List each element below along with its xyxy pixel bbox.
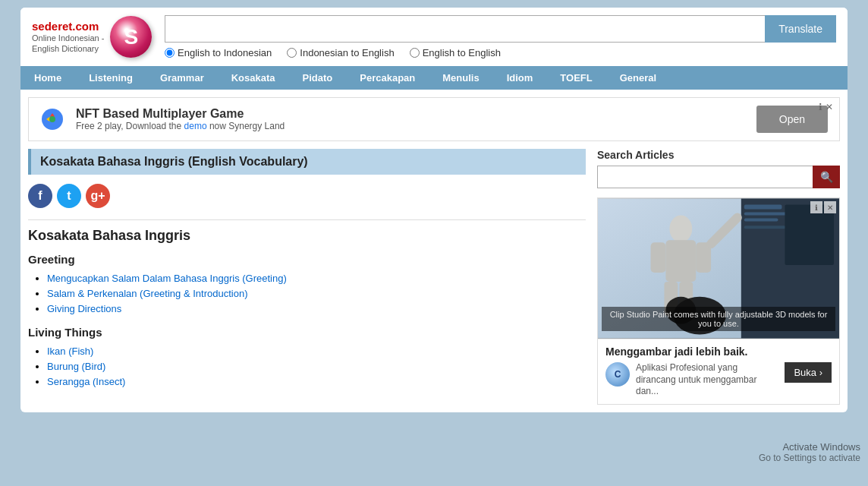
ad-open-button[interactable]: Open bbox=[756, 106, 828, 133]
nav-grammar[interactable]: Grammar bbox=[146, 66, 218, 90]
svg-point-1 bbox=[49, 116, 55, 122]
divider bbox=[28, 219, 586, 220]
ad-title: NFT Based Multiplayer Game bbox=[76, 107, 745, 121]
link-fish[interactable]: Ikan (Fish) bbox=[47, 346, 93, 357]
ad-icon bbox=[40, 107, 64, 131]
nav-kosakata[interactable]: Kosakata bbox=[218, 66, 289, 90]
facebook-icon[interactable]: f bbox=[28, 184, 52, 208]
category-greeting: Greeting bbox=[28, 253, 586, 266]
sidebar: Search Articles 🔍 bbox=[597, 149, 840, 405]
logo-area: sederet.com Online Indonesian - English … bbox=[32, 16, 153, 58]
link-greeting-1[interactable]: Mengucapkan Salam Dalam Bahasa Inggris (… bbox=[47, 273, 287, 284]
logo-text: sederet.com Online Indonesian - English … bbox=[32, 20, 104, 55]
nav-percakapan[interactable]: Percakapan bbox=[346, 66, 429, 90]
svg-rect-7 bbox=[744, 226, 786, 229]
link-insect[interactable]: Serangga (Insect) bbox=[47, 376, 125, 387]
sidebar-ad-close-button[interactable]: ✕ bbox=[824, 201, 836, 213]
living-things-links: Ikan (Fish) Burung (Bird) Serangga (Inse… bbox=[28, 345, 586, 387]
nav-toefl[interactable]: TOEFL bbox=[546, 66, 605, 90]
search-articles-row: 🔍 bbox=[597, 166, 840, 188]
nav-bar: Home Listening Grammar Kosakata Pidato P… bbox=[20, 66, 848, 90]
ad-demo-link[interactable]: demo bbox=[184, 121, 207, 131]
search-articles-box: Search Articles 🔍 bbox=[597, 149, 840, 188]
svg-rect-6 bbox=[744, 218, 778, 221]
ad-close-button[interactable]: ✕ bbox=[826, 102, 833, 112]
social-icons: f t g+ bbox=[28, 184, 586, 208]
sidebar-ad-desc: Aplikasi Profesional yang dirancang untu… bbox=[636, 362, 778, 398]
sidebar-ad-controls: ℹ ✕ bbox=[810, 201, 836, 213]
sidebar-ad-cta-button[interactable]: Buka › bbox=[785, 362, 832, 383]
search-area: Translate English to Indonesian Indonesi… bbox=[165, 15, 836, 58]
svg-rect-11 bbox=[651, 242, 666, 273]
nav-home[interactable]: Home bbox=[20, 66, 75, 90]
radio-indonesian-to-english[interactable]: Indonesian to English bbox=[287, 47, 394, 58]
sidebar-ad: Clip Studio Paint comes with fully adjus… bbox=[597, 197, 840, 405]
site-name: sederet.com bbox=[32, 20, 104, 33]
link-greeting-3[interactable]: Giving Directions bbox=[47, 303, 121, 314]
list-item: Burung (Bird) bbox=[47, 360, 586, 372]
twitter-icon[interactable]: t bbox=[57, 184, 81, 208]
main-content: Kosakata Bahasa Inggris (English Vocabul… bbox=[28, 149, 586, 405]
category-living-things: Living Things bbox=[28, 326, 586, 339]
svg-rect-5 bbox=[744, 212, 790, 215]
ad-info-button[interactable]: ℹ bbox=[819, 102, 822, 112]
sidebar-ad-bottom: Menggambar jadi lebih baik. C Aplikasi P… bbox=[598, 339, 839, 404]
sidebar-ad-logo: C bbox=[605, 362, 630, 387]
sidebar-ad-info-button[interactable]: ℹ bbox=[810, 201, 822, 213]
svg-rect-8 bbox=[785, 205, 834, 266]
svg-rect-10 bbox=[665, 240, 696, 282]
search-articles-title: Search Articles bbox=[597, 149, 840, 161]
ad-controls: ℹ ✕ bbox=[819, 102, 833, 112]
googleplus-icon[interactable]: g+ bbox=[86, 184, 110, 208]
site-logo: S bbox=[110, 16, 152, 58]
section-title: Kosakata Bahasa Inggris bbox=[28, 228, 586, 244]
list-item: Mengucapkan Salam Dalam Bahasa Inggris (… bbox=[47, 272, 586, 284]
sidebar-ad-image: Clip Studio Paint comes with fully adjus… bbox=[598, 198, 839, 339]
search-articles-button[interactable]: 🔍 bbox=[813, 166, 840, 188]
nav-general[interactable]: General bbox=[606, 66, 670, 90]
nav-pidato[interactable]: Pidato bbox=[289, 66, 347, 90]
ad-content: NFT Based Multiplayer Game Free 2 play, … bbox=[76, 107, 745, 131]
search-row: Translate bbox=[165, 15, 836, 43]
ad-subtitle: Free 2 play, Download the demo now Syner… bbox=[76, 121, 745, 131]
link-bird[interactable]: Burung (Bird) bbox=[47, 361, 105, 372]
sidebar-ad-info-row: C Aplikasi Profesional yang dirancang un… bbox=[605, 362, 832, 398]
page-title: Kosakata Bahasa Inggris (English Vocabul… bbox=[28, 149, 586, 175]
content-area: Kosakata Bahasa Inggris (English Vocabul… bbox=[20, 149, 848, 412]
sidebar-ad-caption: Clip Studio Paint comes with fully adjus… bbox=[602, 307, 835, 331]
sidebar-ad-main-title: Menggambar jadi lebih baik. bbox=[605, 346, 832, 358]
nav-listening[interactable]: Listening bbox=[75, 66, 146, 90]
list-item: Ikan (Fish) bbox=[47, 345, 586, 357]
page-wrapper: sederet.com Online Indonesian - English … bbox=[0, 0, 868, 486]
nav-idiom[interactable]: Idiom bbox=[493, 66, 547, 90]
svg-rect-4 bbox=[744, 205, 782, 210]
translation-options: English to Indonesian Indonesian to Engl… bbox=[165, 47, 836, 58]
list-item: Giving Directions bbox=[47, 302, 586, 314]
search-input[interactable] bbox=[165, 15, 765, 43]
search-articles-input[interactable] bbox=[597, 166, 813, 188]
svg-point-9 bbox=[669, 215, 692, 242]
nav-menulis[interactable]: Menulis bbox=[429, 66, 492, 90]
list-item: Serangga (Insect) bbox=[47, 375, 586, 387]
radio-english-to-indonesian[interactable]: English to Indonesian bbox=[165, 47, 272, 58]
site-tagline: Online Indonesian - English Dictionary bbox=[32, 33, 104, 55]
ad-banner: ℹ ✕ NFT Based Multiplayer Game Free 2 pl… bbox=[28, 97, 840, 141]
greeting-links: Mengucapkan Salam Dalam Bahasa Inggris (… bbox=[28, 272, 586, 314]
link-greeting-2[interactable]: Salam & Perkenalan (Greeting & Introduct… bbox=[47, 288, 247, 299]
radio-english-to-english[interactable]: English to English bbox=[410, 47, 501, 58]
list-item: Salam & Perkenalan (Greeting & Introduct… bbox=[47, 287, 586, 299]
translate-button[interactable]: Translate bbox=[765, 15, 836, 43]
inner-wrapper: sederet.com Online Indonesian - English … bbox=[20, 8, 848, 412]
header: sederet.com Online Indonesian - English … bbox=[20, 8, 848, 66]
sidebar-ad-img-inner: Clip Studio Paint comes with fully adjus… bbox=[598, 198, 839, 339]
